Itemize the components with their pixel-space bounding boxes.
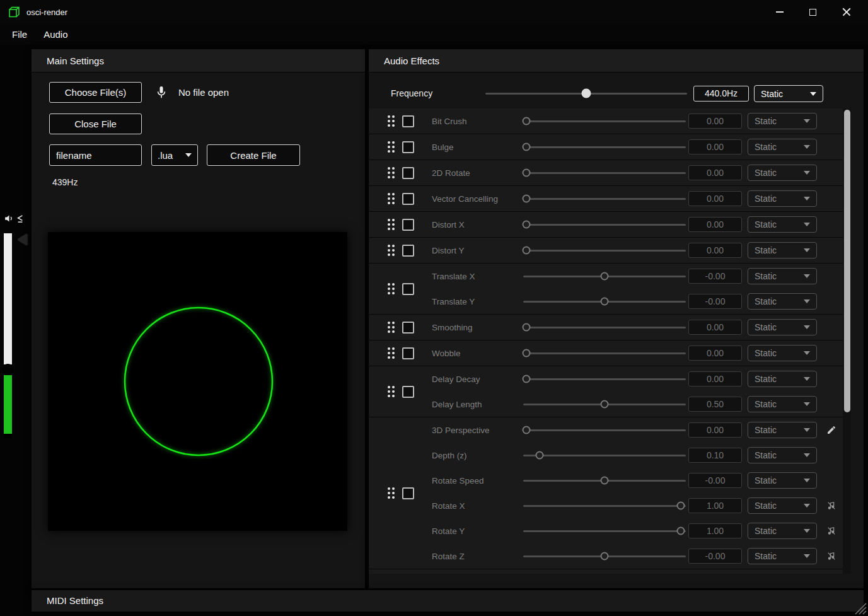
effect-slider[interactable]	[523, 108, 686, 134]
effect-slider[interactable]	[523, 518, 686, 543]
filename-input[interactable]	[49, 144, 142, 166]
effect-mode-dropdown[interactable]: Static	[748, 396, 817, 412]
choose-files-button[interactable]: Choose File(s)	[49, 82, 142, 103]
effect-slider[interactable]	[523, 392, 686, 417]
microphone-icon[interactable]	[154, 83, 169, 102]
effect-checkbox[interactable]	[402, 167, 414, 179]
effect-value[interactable]: 0.00	[688, 113, 742, 129]
effect-mode-dropdown[interactable]: Static	[748, 139, 817, 155]
effect-checkbox[interactable]	[402, 386, 414, 398]
effect-value[interactable]: 1.00	[688, 523, 742, 538]
effect-checkbox[interactable]	[402, 322, 414, 334]
drag-handle-icon[interactable]	[388, 322, 395, 333]
menu-file[interactable]: File	[4, 24, 35, 45]
effect-slider[interactable]	[523, 569, 686, 574]
effect-value[interactable]: 0.50	[688, 397, 742, 412]
effect-checkbox[interactable]	[402, 245, 414, 257]
slider-thumb[interactable]	[677, 527, 685, 535]
effect-mode-dropdown[interactable]: Static	[748, 113, 817, 129]
close-file-button[interactable]: Close File	[49, 113, 142, 134]
effect-mode-dropdown[interactable]: Static	[748, 497, 817, 514]
effect-checkbox[interactable]	[402, 219, 414, 231]
effect-slider[interactable]	[523, 238, 686, 263]
effect-checkbox[interactable]	[402, 487, 414, 499]
drag-handle-icon[interactable]	[388, 487, 395, 499]
effect-mode-dropdown[interactable]: Static	[748, 190, 817, 207]
effect-slider[interactable]	[523, 315, 686, 340]
effect-value[interactable]: 1.00	[688, 498, 742, 513]
effect-value[interactable]: 0.00	[688, 139, 742, 154]
drag-handle-icon[interactable]	[388, 347, 395, 359]
effect-mode-dropdown[interactable]: Static	[748, 293, 817, 310]
drag-handle-icon[interactable]	[388, 115, 395, 127]
frequency-slider-thumb[interactable]	[582, 89, 591, 98]
effect-mode-dropdown[interactable]: Static	[748, 319, 817, 335]
effect-value[interactable]: 0.00	[688, 217, 742, 232]
effect-checkbox[interactable]	[402, 347, 414, 359]
effect-mode-dropdown[interactable]: Static	[748, 216, 817, 233]
slider-thumb[interactable]	[523, 323, 531, 332]
effect-slider[interactable]	[523, 443, 686, 468]
note-off-icon[interactable]	[826, 525, 837, 537]
effect-slider[interactable]	[523, 543, 686, 569]
slider-thumb[interactable]	[601, 298, 609, 306]
drag-handle-icon[interactable]	[388, 193, 395, 204]
effect-checkbox[interactable]	[402, 283, 414, 295]
effect-mode-dropdown[interactable]: Static	[748, 422, 817, 438]
effect-mode-dropdown[interactable]: Static	[748, 523, 817, 539]
effect-value[interactable]: 0.10	[688, 448, 742, 463]
effect-slider[interactable]	[523, 186, 686, 211]
slider-thumb[interactable]	[523, 247, 531, 255]
effect-mode-dropdown[interactable]: Static	[748, 165, 817, 181]
effect-slider[interactable]	[523, 264, 686, 289]
drag-handle-icon[interactable]	[388, 219, 395, 230]
effect-slider[interactable]	[523, 289, 686, 314]
effect-slider[interactable]	[523, 212, 686, 237]
effect-value[interactable]: -0.00	[688, 549, 742, 564]
effect-slider[interactable]	[523, 134, 686, 160]
volume-slider[interactable]	[4, 233, 12, 438]
effect-mode-dropdown[interactable]: Static	[748, 345, 817, 361]
create-file-button[interactable]: Create File	[207, 144, 300, 166]
effect-value[interactable]: 0.00	[688, 165, 742, 180]
slider-thumb[interactable]	[677, 502, 685, 510]
effect-checkbox[interactable]	[402, 141, 414, 153]
slider-thumb[interactable]	[523, 195, 531, 203]
slider-thumb[interactable]	[523, 426, 531, 434]
effect-value[interactable]: 0.00	[688, 346, 742, 361]
slider-thumb[interactable]	[601, 477, 609, 485]
slider-thumb[interactable]	[523, 143, 531, 151]
note-off-icon[interactable]	[826, 500, 837, 511]
drag-handle-icon[interactable]	[388, 283, 395, 294]
effect-slider[interactable]	[523, 468, 686, 493]
effect-slider[interactable]	[523, 366, 686, 392]
extension-dropdown[interactable]: .lua	[151, 144, 198, 166]
effect-mode-dropdown[interactable]: Static	[748, 268, 817, 284]
effect-slider[interactable]	[523, 340, 686, 366]
slider-thumb[interactable]	[601, 400, 609, 409]
effect-mode-dropdown[interactable]: Static	[748, 371, 817, 387]
frequency-mode-dropdown[interactable]: Static	[754, 85, 823, 102]
effects-scrollbar[interactable]	[843, 108, 851, 574]
menu-audio[interactable]: Audio	[35, 24, 76, 45]
close-button[interactable]	[830, 0, 863, 24]
slider-thumb[interactable]	[523, 375, 531, 383]
effect-value[interactable]: -0.00	[688, 294, 742, 309]
maximize-button[interactable]	[796, 0, 830, 24]
slider-thumb[interactable]	[601, 552, 609, 561]
drag-handle-icon[interactable]	[388, 245, 395, 256]
minimize-button[interactable]	[763, 0, 796, 24]
drag-handle-icon[interactable]	[388, 167, 395, 178]
slider-thumb[interactable]	[601, 272, 609, 281]
effect-slider[interactable]	[523, 417, 686, 443]
midi-settings-panel[interactable]: MIDI Settings	[32, 590, 864, 612]
effect-value[interactable]: 0.00	[688, 422, 742, 438]
pencil-icon[interactable]	[826, 424, 837, 436]
effect-value[interactable]: -0.00	[688, 473, 742, 488]
slider-thumb[interactable]	[523, 221, 531, 229]
effect-value[interactable]: 0.00	[688, 191, 742, 206]
effect-slider[interactable]	[523, 493, 686, 518]
effect-mode-dropdown[interactable]: Static	[748, 548, 817, 564]
slider-thumb[interactable]	[523, 349, 531, 357]
drag-handle-icon[interactable]	[388, 386, 395, 397]
